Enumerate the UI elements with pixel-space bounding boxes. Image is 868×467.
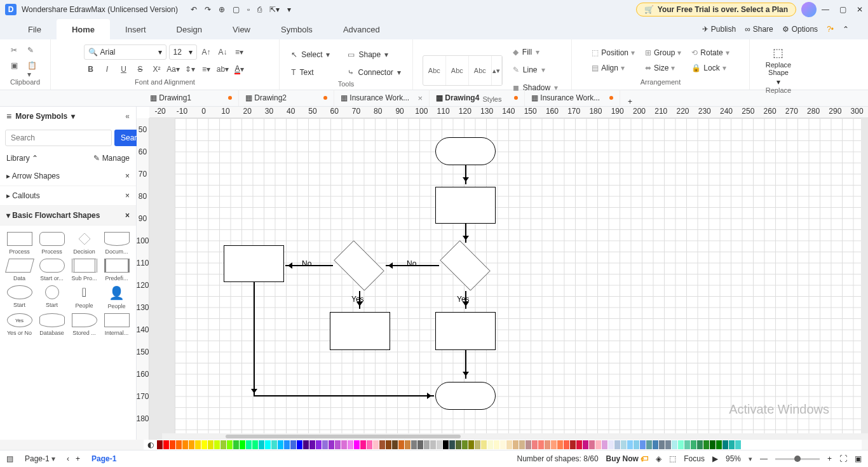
current-page-tab[interactable]: Page-1 xyxy=(86,454,121,463)
cut-icon[interactable]: ✂ xyxy=(11,46,24,57)
color-swatch[interactable] xyxy=(703,440,709,449)
flow-decision-2[interactable] xyxy=(334,240,384,291)
fill-button[interactable]: ◆ Fill▾ xyxy=(509,44,562,60)
color-swatch[interactable] xyxy=(316,440,322,449)
line-button[interactable]: ✎ Line▾ xyxy=(509,62,562,78)
buy-now-button[interactable]: Buy Now 🏷 xyxy=(606,454,649,463)
color-swatch[interactable] xyxy=(290,440,296,449)
focus-icon[interactable]: ⬚ xyxy=(669,454,676,463)
color-swatch[interactable] xyxy=(367,440,372,449)
flow-end-terminator[interactable] xyxy=(435,382,496,410)
export-icon[interactable]: ⇱▾ xyxy=(269,5,280,14)
color-swatch[interactable] xyxy=(456,440,461,449)
shape-process-2[interactable]: Process xyxy=(36,231,67,256)
connector-tool[interactable]: ⤷ Connector ▾ xyxy=(344,65,404,80)
color-swatch[interactable] xyxy=(614,440,620,449)
color-swatch[interactable] xyxy=(259,440,264,449)
doc-tab-insurance2[interactable]: ▦ Insurance Work... xyxy=(525,90,620,106)
shape-subprocess[interactable]: Sub Pro... xyxy=(69,257,100,283)
doc-tab-drawing4[interactable]: ▦ Drawing4 xyxy=(430,90,525,106)
color-swatch[interactable] xyxy=(430,440,436,449)
color-swatch[interactable] xyxy=(170,440,175,449)
color-swatch[interactable] xyxy=(551,440,557,449)
align-button[interactable]: ▤ Align▾ xyxy=(592,61,635,75)
color-swatch[interactable] xyxy=(729,440,735,449)
color-swatch[interactable] xyxy=(621,440,627,449)
font-color-icon[interactable]: A▾ xyxy=(233,62,247,76)
color-swatch[interactable] xyxy=(678,440,684,449)
flow-decision-1[interactable] xyxy=(440,240,491,291)
color-swatch[interactable] xyxy=(157,440,163,449)
prev-page-icon[interactable]: ‹ xyxy=(67,454,69,463)
color-swatch[interactable] xyxy=(691,440,696,449)
user-avatar[interactable] xyxy=(801,2,817,17)
manage-button[interactable]: ✎ Manage xyxy=(93,154,130,163)
shape-people[interactable]: 𓀀People xyxy=(69,284,100,311)
color-swatch[interactable] xyxy=(570,440,576,449)
color-swatch[interactable] xyxy=(513,440,519,449)
highlight-icon[interactable]: ab▾ xyxy=(216,62,230,76)
menu-insert[interactable]: Insert xyxy=(110,19,161,39)
color-swatch[interactable] xyxy=(201,440,207,449)
shape-start-circle[interactable]: Start xyxy=(36,284,67,311)
horizontal-scrollbar[interactable] xyxy=(162,433,868,440)
bullets-icon[interactable]: ≡▾ xyxy=(200,62,214,76)
menu-home[interactable]: Home xyxy=(57,19,110,39)
collapse-icon[interactable]: « xyxy=(125,112,130,121)
color-swatch[interactable] xyxy=(417,440,423,449)
underline-icon[interactable]: U xyxy=(117,62,131,76)
color-swatch[interactable] xyxy=(265,440,271,449)
color-swatch[interactable] xyxy=(398,440,404,449)
select-tool[interactable]: ↖ Select ▾ xyxy=(287,47,334,62)
color-swatch[interactable] xyxy=(697,440,703,449)
flow-process-bl[interactable] xyxy=(330,312,390,350)
color-swatch[interactable] xyxy=(634,440,639,449)
color-swatch[interactable] xyxy=(462,440,468,449)
print-icon[interactable]: ⎙ xyxy=(257,5,262,14)
color-swatch[interactable] xyxy=(608,440,614,449)
cat-basic-flowchart[interactable]: ▾ Basic Flowchart Shapes× xyxy=(0,206,136,226)
color-swatch[interactable] xyxy=(557,440,563,449)
menu-view[interactable]: View xyxy=(217,19,266,39)
save-icon[interactable]: ▫ xyxy=(247,5,250,14)
doc-tab-insurance1[interactable]: ▦ Insurance Work...× xyxy=(334,90,430,106)
group-button[interactable]: ⊞ Group▾ xyxy=(645,46,681,60)
flow-start-terminator[interactable] xyxy=(435,137,496,165)
undo-icon[interactable]: ↶ xyxy=(191,5,197,14)
size-button[interactable]: ⬌ Size▾ xyxy=(645,61,681,75)
share-button[interactable]: ∞ Share xyxy=(745,25,773,34)
shape-tool[interactable]: ▭ Shape ▾ xyxy=(344,47,404,62)
menu-file[interactable]: File xyxy=(13,19,57,39)
color-swatch[interactable] xyxy=(538,440,544,449)
focus-button[interactable]: Focus xyxy=(684,454,705,463)
maximize-icon[interactable]: ▢ xyxy=(839,5,846,14)
text-tool[interactable]: T Text xyxy=(287,65,334,80)
color-swatch[interactable] xyxy=(481,440,487,449)
redo-icon[interactable]: ↷ xyxy=(205,5,211,14)
color-swatch[interactable] xyxy=(653,440,658,449)
shape-document[interactable]: Docum... xyxy=(101,231,132,256)
color-swatch[interactable] xyxy=(646,440,652,449)
font-family-select[interactable]: 🔍 Arial▾ xyxy=(84,44,166,60)
eyedropper-icon[interactable]: ◐ xyxy=(147,440,154,449)
replace-shape-icon[interactable]: ⬚ xyxy=(773,46,783,60)
drawing-page[interactable]: No No Yes Yes Activate Windows xyxy=(175,118,861,440)
color-swatch[interactable] xyxy=(405,440,410,449)
minimize-icon[interactable]: — xyxy=(822,5,829,14)
decrease-font-icon[interactable]: A↓ xyxy=(216,45,230,59)
lock-button[interactable]: 🔒 Lock▾ xyxy=(691,61,729,75)
color-swatch[interactable] xyxy=(437,440,442,449)
color-swatch[interactable] xyxy=(341,440,347,449)
color-swatch[interactable] xyxy=(220,440,226,449)
play-icon[interactable]: ▶ xyxy=(712,454,718,463)
color-swatch[interactable] xyxy=(735,440,741,449)
color-swatch[interactable] xyxy=(468,440,474,449)
menu-advanced[interactable]: Advanced xyxy=(328,19,395,39)
shape-predefined[interactable]: Predefi... xyxy=(101,257,132,283)
color-swatch[interactable] xyxy=(246,440,252,449)
color-swatch[interactable] xyxy=(348,440,353,449)
color-swatch[interactable] xyxy=(583,440,588,449)
color-swatch[interactable] xyxy=(710,440,715,449)
color-swatch[interactable] xyxy=(284,440,290,449)
color-swatch[interactable] xyxy=(379,440,385,449)
